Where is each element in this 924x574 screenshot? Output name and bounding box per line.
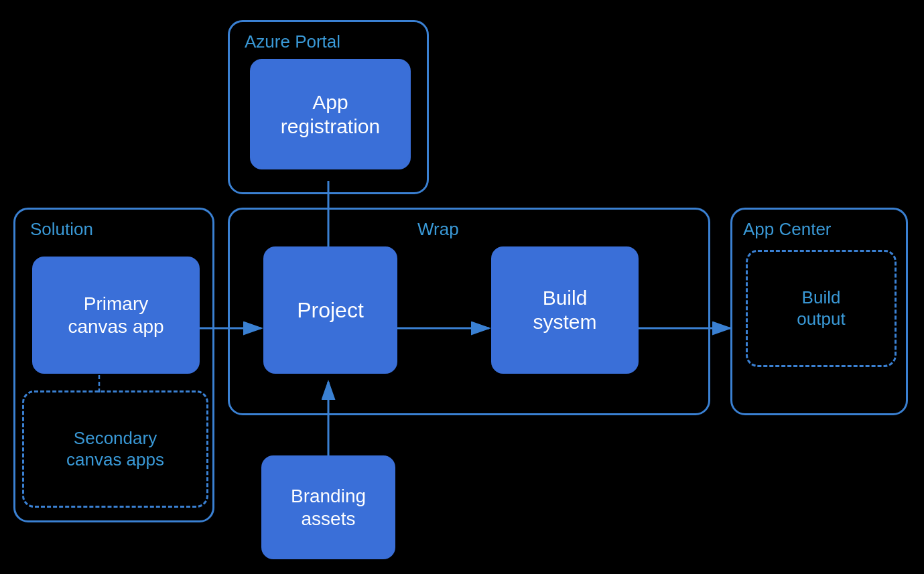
project-box: Project [263,246,397,374]
solution-label: Solution [30,219,93,240]
wrap-container: Wrap Project Build system [228,208,710,415]
app-registration-box: App registration [250,59,411,169]
diagram-container: Azure Portal App registration Solution P… [0,0,924,574]
wrap-label: Wrap [417,219,459,240]
app-center-label: App Center [743,219,832,240]
azure-portal-container: Azure Portal App registration [228,20,429,194]
secondary-canvas-apps-box: Secondary canvas apps [22,390,208,508]
primary-canvas-app-box: Primary canvas app [32,257,200,374]
azure-portal-label: Azure Portal [245,31,340,52]
app-center-container: App Center Build output [730,208,908,415]
build-system-box: Build system [491,246,639,374]
build-output-box: Build output [746,250,897,367]
branding-assets-box: Branding assets [261,455,395,559]
solution-container: Solution Primary canvas app Secondary ca… [13,208,214,522]
